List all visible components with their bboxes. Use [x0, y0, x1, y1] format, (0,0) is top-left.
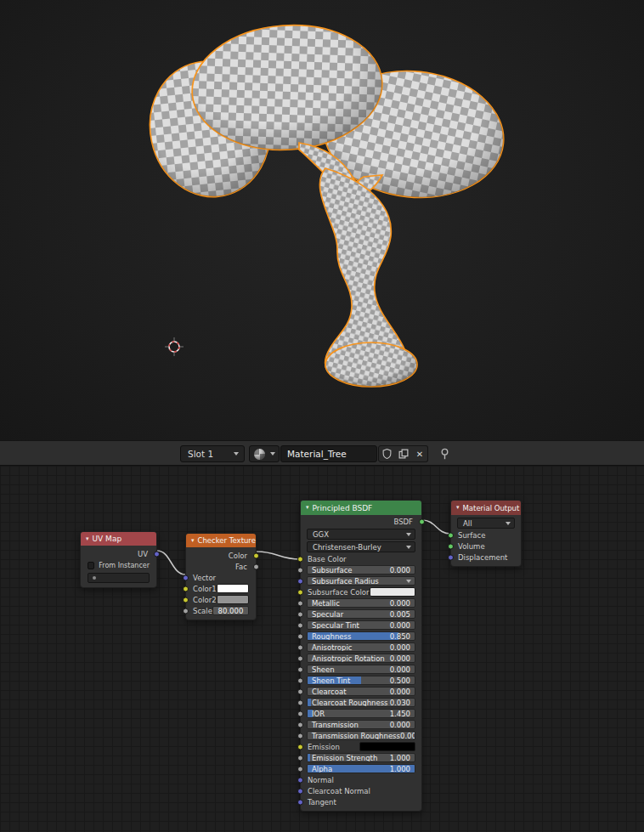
principled-row-clearcoat-normal: Clearcoat Normal	[301, 785, 421, 796]
uv-map-node-header[interactable]: ▾ UV Map	[81, 532, 156, 546]
browse-material-button[interactable]	[249, 445, 280, 462]
socket-checker-scale-in[interactable]	[183, 608, 189, 614]
collapse-arrow-icon[interactable]: ▾	[306, 505, 309, 511]
collapse-arrow-icon[interactable]: ▾	[456, 505, 460, 511]
socket-surface-in[interactable]	[448, 532, 454, 538]
chevron-down-icon	[406, 533, 411, 536]
material-name-value: Material_Tree	[281, 449, 347, 459]
socket-transmission-in[interactable]	[297, 722, 303, 727]
slider-label: Sheen	[308, 665, 335, 674]
socket-displacement-in[interactable]	[448, 554, 454, 560]
socket-sheen-in[interactable]	[297, 666, 303, 672]
socket-clearcoat-roughness-in[interactable]	[297, 699, 303, 705]
socket-roughness-in[interactable]	[297, 633, 303, 639]
slider-transmission-roughness[interactable]: Transmission Roughness0.000	[307, 731, 415, 740]
slider-clearcoat-roughness[interactable]: Clearcoat Roughness0.030	[307, 698, 415, 707]
output-node-header[interactable]: ▾ Material Output	[451, 501, 521, 515]
socket-ior-in[interactable]	[297, 710, 303, 716]
principled-row-normal: Normal	[301, 774, 421, 785]
slider-emission-strength[interactable]: Emission Strength1.000	[307, 753, 415, 762]
principled-row-sheen: Sheen0.000	[301, 664, 421, 675]
material-slot-dropdown[interactable]: Slot 1	[180, 445, 245, 462]
slider-subsurface[interactable]: Subsurface0.000	[307, 565, 415, 574]
collapse-arrow-icon[interactable]: ▾	[86, 536, 89, 542]
slider-clearcoat[interactable]: Clearcoat0.000	[307, 687, 415, 696]
input-label-volume: Volume	[457, 542, 485, 551]
vector-field-subsurface-radius[interactable]: Subsurface Radius	[307, 576, 415, 586]
slider-value: 0.000	[390, 643, 415, 652]
socket-uv-out[interactable]	[154, 552, 160, 557]
uv-map-select[interactable]	[88, 573, 150, 583]
slider-transmission[interactable]: Transmission0.000	[307, 720, 415, 729]
socket-checker-vector-in[interactable]	[183, 574, 189, 580]
node-uv-map[interactable]: ▾ UV Map UV From Instancer	[80, 531, 157, 588]
socket-subsurface-in[interactable]	[297, 567, 303, 573]
socket-normal-in[interactable]	[297, 777, 303, 783]
principled-node-header[interactable]: ▾ Principled BSDF	[301, 501, 421, 515]
socket-alpha-in[interactable]	[297, 766, 303, 772]
slider-sheen-tint[interactable]: Sheen Tint0.500	[307, 676, 415, 685]
node-principled-bsdf[interactable]: ▾ Principled BSDF BSDF GGX Christensen-B…	[300, 500, 422, 812]
socket-volume-in[interactable]	[448, 543, 454, 549]
socket-bsdf-out[interactable]	[419, 518, 425, 524]
socket-emission-in[interactable]	[297, 744, 303, 750]
3d-viewport[interactable]	[0, 0, 644, 440]
socket-transmission-roughness-in[interactable]	[297, 733, 303, 739]
socket-checker-fac-out[interactable]	[253, 563, 259, 569]
socket-subsurface-color-in[interactable]	[297, 589, 303, 595]
shader-node-editor[interactable]: ▾ UV Map UV From Instancer	[0, 466, 644, 832]
socket-checker-color2-in[interactable]	[183, 597, 189, 603]
socket-sheen-tint-in[interactable]	[297, 677, 303, 683]
socket-checker-color1-in[interactable]	[183, 586, 189, 591]
socket-specular-tint-in[interactable]	[297, 622, 303, 628]
socket-anisotropic-rotation-in[interactable]	[297, 655, 303, 661]
distribution-dropdown[interactable]: GGX	[307, 529, 415, 540]
collapse-arrow-icon[interactable]: ▾	[191, 538, 195, 544]
color-swatch-subsurface-color[interactable]	[370, 587, 416, 597]
socket-checker-color-out[interactable]	[253, 552, 259, 558]
socket-specular-in[interactable]	[297, 611, 303, 617]
principled-row-subsurface: Subsurface0.000	[301, 564, 421, 575]
sss-method-dropdown[interactable]: Christensen-Burley	[307, 541, 415, 552]
color-swatch-emission[interactable]	[359, 742, 415, 751]
slider-anisotropic-rotation[interactable]: Anisotropic Rotation0.000	[307, 654, 415, 663]
slider-metallic[interactable]: Metallic0.000	[307, 598, 415, 608]
socket-metallic-in[interactable]	[297, 600, 303, 606]
checker-node-header[interactable]: ▾ Checker Texture	[186, 534, 256, 547]
link-uv-to-vector	[157, 551, 185, 574]
unlink-material-button[interactable]: ✕	[412, 445, 428, 462]
slider-specular[interactable]: Specular0.005	[307, 609, 415, 619]
material-name-field[interactable]: Material_Tree	[280, 445, 377, 462]
slider-label: Metallic	[308, 599, 340, 608]
slider-alpha[interactable]: Alpha1.000	[307, 764, 415, 773]
slider-specular-tint[interactable]: Specular Tint0.000	[307, 620, 415, 630]
new-material-button[interactable]	[394, 445, 413, 462]
socket-base-color-in[interactable]	[297, 556, 303, 562]
principled-row-transmission-roughness: Transmission Roughness0.000	[301, 730, 421, 741]
socket-subsurface-radius-in[interactable]	[297, 578, 303, 584]
node-checker-texture[interactable]: ▾ Checker Texture Color Fac Vector	[185, 533, 257, 620]
color1-swatch[interactable]	[217, 584, 249, 593]
socket-emission-strength-in[interactable]	[297, 755, 303, 761]
from-instancer-checkbox[interactable]	[88, 562, 94, 569]
socket-clearcoat-in[interactable]	[297, 688, 303, 694]
checker-scale-value[interactable]: 80.000	[212, 606, 249, 615]
tree-object[interactable]	[0, 0, 644, 440]
slider-ior[interactable]: IOR1.450	[307, 709, 415, 718]
input-label-clearcoat-normal: Clearcoat Normal	[307, 787, 370, 795]
slider-label: Specular	[308, 610, 343, 619]
slider-label: Transmission	[308, 721, 359, 729]
slider-value: 0.030	[390, 699, 415, 707]
node-material-output[interactable]: ▾ Material Output All SurfaceVolumeDispl…	[450, 500, 522, 567]
slider-anisotropic[interactable]: Anisotropic0.000	[307, 642, 415, 652]
output-target-dropdown[interactable]: All	[457, 518, 515, 529]
socket-anisotropic-in[interactable]	[297, 644, 303, 650]
fake-user-button[interactable]	[378, 445, 395, 462]
output-rows: SurfaceVolumeDisplacement	[451, 529, 521, 563]
color2-swatch[interactable]	[217, 595, 249, 604]
slider-sheen[interactable]: Sheen0.000	[307, 665, 415, 674]
slider-roughness[interactable]: Roughness0.850	[307, 631, 415, 641]
socket-tangent-in[interactable]	[297, 799, 303, 805]
socket-clearcoat-normal-in[interactable]	[297, 788, 303, 794]
pin-button[interactable]	[436, 445, 453, 462]
